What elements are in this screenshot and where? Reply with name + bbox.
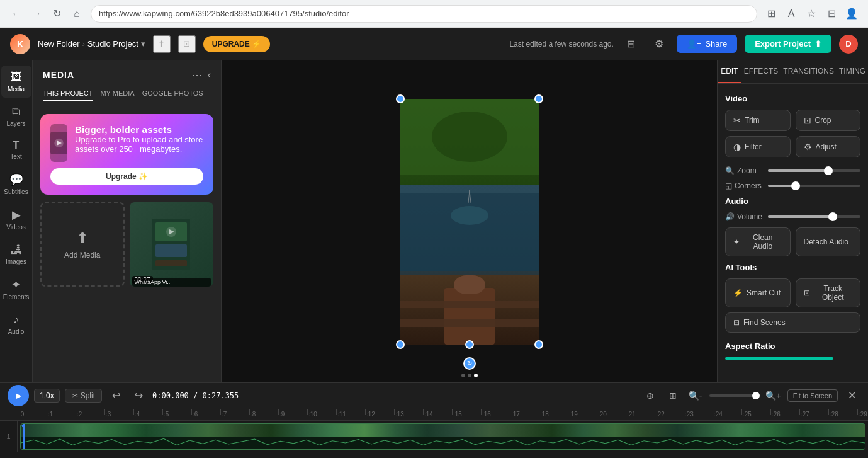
sidebar-item-audio[interactable]: ♪ Audio <box>1 308 31 340</box>
track-object-button[interactable]: ⊡ Track Object <box>796 278 861 307</box>
star-button[interactable]: ☆ <box>803 5 820 23</box>
zoom-slider-track[interactable] <box>768 169 860 172</box>
sidebar-item-elements[interactable]: ✦ Elements <box>1 273 31 306</box>
adjust-icon: ⚙ <box>804 142 812 152</box>
zoom-in-button[interactable]: 🔍+ <box>765 387 782 404</box>
ruler-mark-17: :17 <box>510 411 539 418</box>
sidebar-item-images[interactable]: 🏞 Images <box>1 238 31 270</box>
smart-cut-label: Smart Cut <box>747 289 781 297</box>
upload-button[interactable]: ⬆ <box>153 35 171 53</box>
user-avatar[interactable]: D <box>839 35 858 54</box>
logo-letter: K <box>17 39 23 49</box>
zoom-slider[interactable] <box>709 394 760 397</box>
track-content-1[interactable] <box>18 421 868 452</box>
video-track-clip[interactable] <box>20 423 865 450</box>
selection-handle-bottom-right[interactable] <box>534 340 543 349</box>
fit-to-screen-button[interactable]: Fit to Screen <box>787 389 838 402</box>
split-button[interactable]: ✂ Split <box>65 389 102 403</box>
playhead[interactable] <box>23 424 25 449</box>
sidebar-item-media[interactable]: 🖼 Media <box>1 66 31 98</box>
subtitles-icon-btn[interactable]: ⊟ <box>621 34 641 54</box>
settings-button[interactable]: ⚙ <box>649 34 669 54</box>
tab-edit[interactable]: EDIT <box>718 60 741 83</box>
back-button[interactable]: ← <box>8 5 25 23</box>
timeline-snap-button[interactable]: ⊞ <box>664 387 682 404</box>
bookmark-button[interactable]: ⊟ <box>823 5 840 23</box>
scene-details-svg <box>400 99 539 345</box>
tab-this-project[interactable]: THIS PROJECT <box>43 89 93 101</box>
selection-handle-top-left[interactable] <box>396 94 405 103</box>
zoom-slider-thumb[interactable] <box>824 166 833 175</box>
sidebar-item-videos[interactable]: ▶ Videos <box>1 203 31 236</box>
ai-tools-grid: ⚡ Smart Cut ⊡ Track Object <box>725 278 860 307</box>
media-close-button[interactable]: ‹ <box>208 69 211 81</box>
selection-handle-bottom-center[interactable] <box>465 340 474 349</box>
ruler-mark-5: :5 <box>162 411 191 418</box>
sidebar-label-media: Media <box>8 86 25 93</box>
forward-button[interactable]: → <box>28 5 45 23</box>
redo-button[interactable]: ↪ <box>130 387 147 404</box>
rotate-handle[interactable]: ↻ <box>463 357 476 370</box>
trim-button[interactable]: ✂ Trim <box>725 110 791 131</box>
ruler-mark-14: :14 <box>423 411 452 418</box>
selection-handle-bottom-left[interactable] <box>396 340 405 349</box>
undo-button[interactable]: ↩ <box>107 387 125 404</box>
chevron-down-icon[interactable]: ▾ <box>141 39 145 49</box>
share-button[interactable]: 👤+ Share <box>677 35 737 53</box>
video-tools-grid: ✂ Trim ⊡ Crop ◑ Filter ⚙ Adjust <box>725 110 860 157</box>
selection-handle-top-right[interactable] <box>534 94 543 103</box>
tab-google-photos[interactable]: GOOGLE PHOTOS <box>142 89 203 101</box>
sidebar-item-text[interactable]: T Text <box>1 135 31 165</box>
volume-slider-track[interactable] <box>768 215 860 218</box>
upgrade-card: Bigger, bolder assets Upgrade to Pro to … <box>40 114 213 195</box>
speed-selector[interactable]: 1.0x <box>34 389 60 403</box>
url-bar[interactable]: https://www.kapwing.com/63922b8ed3939a00… <box>91 5 757 23</box>
crop-button[interactable]: ⊡ Crop <box>796 110 861 131</box>
play-button[interactable]: ▶ <box>8 385 29 406</box>
user-button[interactable]: 👤 <box>843 5 860 23</box>
export-button[interactable]: Export Project ⬆ <box>745 35 831 53</box>
project-link[interactable]: Studio Project <box>87 39 138 49</box>
media-more-icon[interactable]: ⋯ <box>191 68 203 82</box>
home-button[interactable]: ⌂ <box>68 5 86 23</box>
adjust-button[interactable]: ⚙ Adjust <box>796 136 861 157</box>
ruler-mark-18: :18 <box>539 411 568 418</box>
folder-link[interactable]: New Folder <box>38 39 79 49</box>
preview-button[interactable]: ⊡ <box>178 35 196 53</box>
tab-timing[interactable]: TIMING <box>837 60 868 83</box>
extensions-button[interactable]: ⊞ <box>762 5 780 23</box>
ruler-mark-11: :11 <box>336 411 365 418</box>
filter-button[interactable]: ◑ Filter <box>725 136 791 157</box>
sidebar-label-audio: Audio <box>8 328 25 335</box>
smart-cut-icon: ⚡ <box>733 289 743 297</box>
media-tabs: THIS PROJECT MY MEDIA GOOGLE PHOTOS <box>33 89 221 106</box>
tab-effects[interactable]: EFFECTS <box>741 60 781 83</box>
corners-slider-track[interactable] <box>768 185 860 187</box>
subtitles-icon: 💬 <box>9 173 23 186</box>
canvas-dot-3 <box>474 374 478 377</box>
close-timeline-button[interactable]: ✕ <box>843 387 860 404</box>
upgrade-button[interactable]: UPGRADE ⚡ <box>203 36 270 52</box>
ruler-mark-1: :1 <box>47 411 76 418</box>
upgrade-card-button[interactable]: Upgrade ✨ <box>50 168 203 185</box>
profile-button[interactable]: A <box>782 5 800 23</box>
sidebar-item-layers[interactable]: ⧉ Layers <box>1 100 31 132</box>
find-scenes-button[interactable]: ⊟ Find Scenes <box>725 312 860 333</box>
media-thumbnail-1[interactable]: 00:27 WhatsApp Vi... <box>130 202 214 287</box>
refresh-button[interactable]: ↻ <box>48 5 65 23</box>
volume-slider-thumb[interactable] <box>828 212 837 221</box>
tab-my-media[interactable]: MY MEDIA <box>100 89 134 101</box>
sidebar-item-subtitles[interactable]: 💬 Subtitles <box>1 168 31 200</box>
timeline-add-track-button[interactable]: ⊕ <box>641 387 659 404</box>
add-media-button[interactable]: ⬆ Add Media <box>40 202 125 287</box>
zoom-slider-thumb[interactable] <box>752 392 760 399</box>
zoom-out-button[interactable]: 🔍- <box>687 387 704 404</box>
ruler-mark-22: :22 <box>655 411 684 418</box>
tab-transitions[interactable]: TRANSITIONS <box>781 60 837 83</box>
track-object-label: Track Object <box>814 284 853 302</box>
detach-audio-button[interactable]: Detach Audio <box>796 227 861 256</box>
smart-cut-button[interactable]: ⚡ Smart Cut <box>725 278 791 307</box>
upgrade-label: UPGRADE ⚡ <box>212 40 261 49</box>
clean-audio-button[interactable]: ✦ Clean Audio <box>725 227 791 256</box>
corners-slider-thumb[interactable] <box>791 181 800 190</box>
